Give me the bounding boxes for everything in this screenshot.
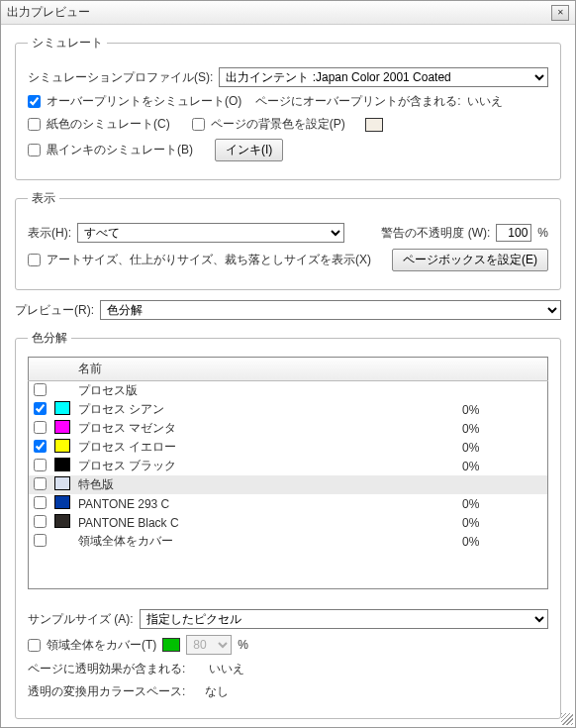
overprint-label: オーバープリントをシミュレート(O)	[47, 93, 241, 110]
color-swatch	[54, 401, 70, 415]
col-name: 名前	[72, 358, 459, 381]
separation-percent: 0%	[458, 438, 547, 457]
separation-checkbox[interactable]	[34, 496, 47, 509]
transparency-value: いいえ	[209, 661, 244, 677]
color-swatch	[54, 458, 70, 471]
separation-name: プロセス ブラック	[74, 457, 458, 475]
sample-label: サンプルサイズ (A):	[28, 611, 134, 628]
separation-name: プロセス シアン	[74, 400, 458, 419]
separations-group: 色分解 名前 プロセス版プロセス シアン0%プロセス マゼンタ0%プロセス イエ…	[15, 330, 561, 719]
separations-legend: 色分解	[28, 330, 71, 347]
resize-grip-icon[interactable]	[561, 713, 573, 725]
preview-select[interactable]: 色分解	[100, 300, 561, 320]
transparency-label: ページに透明効果が含まれる:	[28, 661, 185, 677]
cover-color-swatch[interactable]	[162, 638, 180, 652]
separation-percent: 0%	[458, 457, 547, 475]
colorspace-value: なし	[205, 683, 229, 700]
overprint-info-value: いいえ	[467, 93, 503, 110]
cover-percent: %	[238, 638, 248, 652]
separation-percent	[458, 475, 547, 494]
title-text: 出力プレビュー	[7, 4, 551, 21]
output-preview-window: 出力プレビュー ✕ シミュレート シミュレーションプロファイル(S): 出力イン…	[0, 0, 576, 728]
separation-checkbox[interactable]	[34, 477, 47, 490]
bgcolor-checkbox[interactable]	[192, 118, 205, 131]
separation-checkbox[interactable]	[34, 402, 47, 415]
separation-percent: 0%	[458, 494, 547, 513]
bgcolor-label: ページの背景色を設定(P)	[211, 116, 345, 133]
show-select[interactable]: すべて	[77, 223, 344, 243]
separation-name: PANTONE 293 C	[74, 494, 458, 513]
close-icon[interactable]: ✕	[551, 5, 569, 21]
simulate-legend: シミュレート	[28, 35, 107, 52]
display-legend: 表示	[28, 190, 59, 207]
simulate-group: シミュレート シミュレーションプロファイル(S): 出力インテント :Japan…	[15, 35, 561, 180]
artsize-label: アートサイズ、仕上がりサイズ、裁ち落としサイズを表示(X)	[47, 252, 371, 268]
papercolor-label: 紙色のシミュレート(C)	[47, 116, 170, 133]
opacity-label: 警告の不透明度 (W):	[381, 225, 490, 242]
table-row[interactable]: PANTONE Black C0%	[29, 513, 547, 532]
artsize-checkbox[interactable]	[28, 254, 41, 266]
content-area: シミュレート シミュレーションプロファイル(S): 出力インテント :Japan…	[1, 25, 575, 728]
table-row[interactable]: プロセス シアン0%	[29, 400, 547, 419]
color-swatch	[54, 476, 70, 490]
profile-label: シミュレーションプロファイル(S):	[28, 69, 213, 86]
table-row[interactable]: 特色版	[29, 475, 547, 494]
separation-name: 領域全体をカバー	[74, 532, 458, 551]
color-swatch	[54, 495, 70, 509]
opacity-percent: %	[537, 226, 548, 240]
colorspace-label: 透明の変換用カラースペース:	[28, 683, 185, 700]
separation-name: PANTONE Black C	[74, 513, 458, 532]
display-group: 表示 表示(H): すべて 警告の不透明度 (W): % アートサイズ、仕上がり…	[15, 190, 561, 290]
separation-percent: 0%	[458, 419, 547, 438]
ink-button[interactable]: インキ(I)	[215, 139, 283, 161]
separation-name: 特色版	[74, 475, 458, 494]
overprint-checkbox[interactable]	[28, 95, 41, 108]
sample-select[interactable]: 指定したピクセル	[140, 609, 548, 629]
table-row[interactable]: プロセス版	[29, 381, 547, 400]
cover-checkbox[interactable]	[28, 639, 41, 652]
papercolor-checkbox[interactable]	[28, 118, 41, 131]
preview-label: プレビュー(R):	[15, 302, 94, 319]
separation-name: プロセス マゼンタ	[74, 419, 458, 438]
pagebox-button[interactable]: ページボックスを設定(E)	[392, 249, 548, 271]
separation-percent: 0%	[458, 532, 547, 551]
blackink-label: 黒インキのシミュレート(B)	[47, 142, 193, 158]
show-label: 表示(H):	[28, 225, 71, 242]
separations-table: プロセス版プロセス シアン0%プロセス マゼンタ0%プロセス イエロー0%プロセ…	[29, 381, 547, 551]
cover-value-select: 80	[186, 635, 232, 655]
separation-name: プロセス イエロー	[74, 438, 458, 457]
separations-header: 名前	[28, 357, 548, 381]
separation-percent	[458, 381, 547, 400]
separation-percent: 0%	[458, 400, 547, 419]
profile-select[interactable]: 出力インテント :Japan Color 2001 Coated	[219, 67, 548, 87]
separation-checkbox[interactable]	[34, 440, 47, 453]
separation-percent: 0%	[458, 513, 547, 532]
separation-checkbox[interactable]	[34, 421, 47, 434]
blackink-checkbox[interactable]	[28, 144, 41, 156]
cover-label: 領域全体をカバー(T)	[47, 637, 156, 654]
bgcolor-swatch[interactable]	[365, 118, 383, 132]
separation-checkbox[interactable]	[34, 515, 47, 528]
color-swatch	[54, 439, 70, 453]
color-swatch	[54, 420, 70, 434]
separation-name: プロセス版	[74, 381, 458, 400]
titlebar: 出力プレビュー ✕	[1, 1, 575, 25]
separation-checkbox[interactable]	[34, 534, 47, 547]
separation-checkbox[interactable]	[34, 459, 47, 471]
table-row[interactable]: プロセス イエロー0%	[29, 438, 547, 457]
table-row[interactable]: プロセス ブラック0%	[29, 457, 547, 475]
overprint-info-label: ページにオーバープリントが含まれる:	[255, 93, 460, 110]
table-row[interactable]: プロセス マゼンタ0%	[29, 419, 547, 438]
color-swatch	[54, 514, 70, 528]
opacity-input[interactable]	[496, 224, 531, 242]
table-row[interactable]: 領域全体をカバー0%	[29, 532, 547, 551]
separation-checkbox[interactable]	[34, 383, 47, 396]
table-row[interactable]: PANTONE 293 C0%	[29, 494, 547, 513]
